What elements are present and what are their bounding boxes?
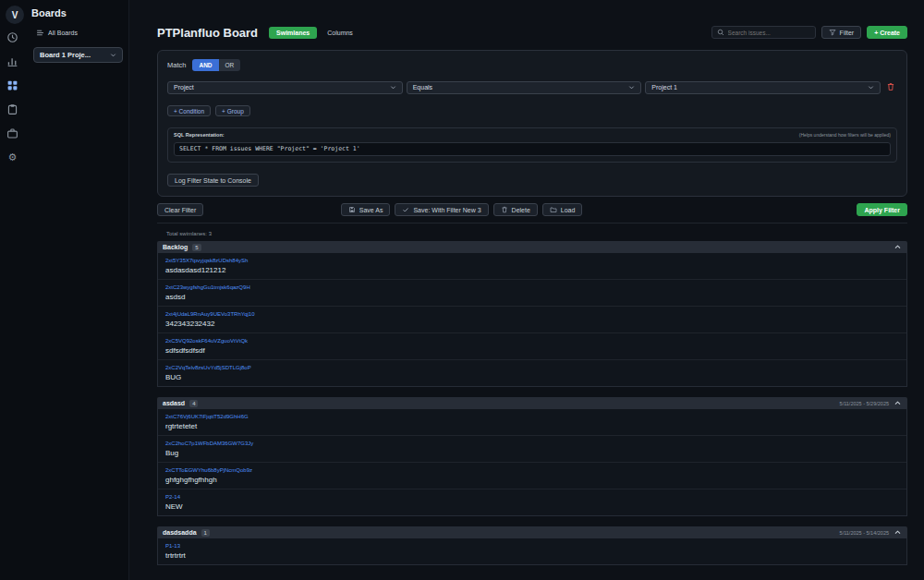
- app-logo[interactable]: V: [6, 6, 24, 24]
- apply-filter-button[interactable]: Apply Filter: [857, 203, 907, 216]
- search-icon: [717, 29, 724, 36]
- view-tabs: Swimlanes Columns: [269, 27, 360, 39]
- board-header: PTPlanfluo Board Swimlanes Columns Filte…: [157, 24, 907, 41]
- filter-actions: Clear Filter Save As Save: With Filter N…: [157, 203, 907, 216]
- issue-card[interactable]: P2-14 NEW: [158, 489, 906, 515]
- chart-icon[interactable]: [6, 55, 18, 67]
- match-toggle: AND OR: [192, 59, 240, 71]
- issue-title: 342343232432: [165, 320, 899, 328]
- apps-grid-icon[interactable]: [6, 79, 18, 91]
- issue-card[interactable]: 2xCTToEGWYhu6b8yPjNcmQob9z ghfghgfhgfhhg…: [158, 463, 906, 489]
- filter-section: Match AND OR Project Equals: [157, 50, 907, 224]
- issue-key[interactable]: P1-13: [165, 542, 899, 550]
- search-box[interactable]: [711, 26, 816, 39]
- swimlane-dasdsadda: dasdsadda 1 5/11/2025 - 5/14/2025 P1-13 …: [157, 526, 907, 565]
- issue-key[interactable]: 2xt4jUdaL9RnAuy9UEVo3TRhYqj10: [165, 310, 899, 318]
- value-select[interactable]: Project 1: [645, 81, 881, 94]
- chevron-up-icon[interactable]: [894, 528, 902, 537]
- issue-card[interactable]: 2xt5Y35X7tpvyjqsk8zUDsh84ySh asdasdasd12…: [158, 253, 906, 280]
- all-boards-link[interactable]: All Boards: [36, 29, 78, 37]
- and-button[interactable]: AND: [192, 59, 218, 71]
- swimlane-asdasd: asdasd 4 5/11/2025 - 5/29/2025 2xtC76Vj6…: [157, 397, 907, 516]
- sidebar-title: Boards: [31, 7, 67, 18]
- search-input[interactable]: [728, 30, 810, 36]
- sql-hint: (Helps understand how filters will be ap…: [799, 132, 891, 138]
- swimlane-date-range: 5/11/2025 - 5/14/2025: [840, 530, 889, 536]
- issue-card[interactable]: P1-13 trtrtrtrt: [158, 538, 906, 564]
- issue-title: sdfsdfsdfsdf: [165, 346, 899, 355]
- save-with-filter-button[interactable]: Save: With Filter New 3: [395, 203, 488, 216]
- swimlane-header[interactable]: dasdsadda 1 5/11/2025 - 5/14/2025: [157, 526, 907, 538]
- issue-card[interactable]: 2xC2hoC7p1WFbDAM36GW7G3Jy Bug: [158, 436, 906, 463]
- clear-filter-button[interactable]: Clear Filter: [157, 203, 203, 216]
- swimlane-cards: 2xt5Y35X7tpvyjqsk8zUDsh84ySh asdasdasd12…: [157, 253, 907, 387]
- filter-button[interactable]: Filter: [821, 26, 862, 39]
- swimlane-backlog: Backlog 5 2xt5Y35X7tpvyjqsk8zUDsh84ySh a…: [157, 241, 907, 387]
- chevron-down-icon: [390, 84, 396, 91]
- tab-columns[interactable]: Columns: [320, 27, 360, 39]
- load-filter-button[interactable]: Load: [542, 203, 583, 216]
- tab-swimlanes[interactable]: Swimlanes: [269, 27, 317, 39]
- save-as-button[interactable]: Save As: [341, 203, 391, 216]
- swimlane-title: dasdsadda: [163, 529, 197, 536]
- swimlane-count-badge: 5: [192, 244, 201, 251]
- field-select[interactable]: Project: [167, 81, 403, 94]
- total-swimlanes-label: Total swimlanes: 3: [166, 231, 907, 236]
- all-boards-label: All Boards: [48, 30, 78, 36]
- issue-key[interactable]: 2xtC23wygfshgGu1tmjsk6qazQ9H: [165, 284, 899, 291]
- delete-filter-button[interactable]: Delete: [493, 203, 538, 216]
- issue-title: asdasdasd121212: [165, 266, 899, 274]
- issue-key[interactable]: 2xC2VqTelv8zsUvYd5jSDTLGj8oP: [165, 364, 899, 371]
- issue-key[interactable]: 2xC5VQ92oskF64uVZguoVtVtQk: [165, 337, 899, 344]
- delete-condition-button[interactable]: [884, 80, 897, 94]
- match-label: Match: [167, 61, 186, 69]
- main-content: PTPlanfluo Board Swimlanes Columns Filte…: [129, 0, 924, 580]
- issue-key[interactable]: 2xC2hoC7p1WFbDAM36GW7G3Jy: [165, 440, 899, 447]
- funnel-icon: [829, 29, 836, 36]
- issue-key[interactable]: 2xt5Y35X7tpvyjqsk8zUDsh84ySh: [165, 257, 899, 264]
- issue-title: ghfghgfhgfhhgh: [165, 476, 899, 484]
- swimlane-title: asdasd: [163, 400, 185, 406]
- issue-title: BUG: [165, 373, 899, 381]
- board-select[interactable]: Board 1 Proje...: [33, 47, 123, 63]
- check-icon: [402, 206, 409, 213]
- history-icon[interactable]: [6, 31, 18, 43]
- briefcase-icon[interactable]: [6, 127, 18, 139]
- issue-title: NEW: [165, 502, 899, 511]
- or-button[interactable]: OR: [219, 59, 241, 71]
- chevron-up-icon[interactable]: [894, 243, 902, 251]
- swimlane-count-badge: 1: [201, 529, 210, 537]
- swimlane-title: Backlog: [163, 244, 188, 250]
- swimlane-cards: 2xtC76Vj6UK7lFjqttT52d9GhH6G rgtrtetetet…: [157, 409, 907, 516]
- issue-title: rgtrtetetet: [165, 422, 899, 430]
- sql-query-input[interactable]: [174, 142, 891, 156]
- chevron-up-icon[interactable]: [894, 399, 902, 407]
- folder-icon: [550, 206, 557, 213]
- issue-card[interactable]: 2xtC76Vj6UK7lFjqttT52d9GhH6G rgtrtetetet: [158, 409, 906, 436]
- filter-panel: Match AND OR Project Equals: [157, 50, 907, 197]
- chevron-down-icon: [628, 84, 635, 91]
- add-group-button[interactable]: + Group: [215, 105, 250, 116]
- issue-title: Bug: [165, 449, 899, 457]
- issue-card[interactable]: 2xC5VQ92oskF64uVZguoVtVtQk sdfsdfsdfsdf: [158, 333, 906, 360]
- swimlane-header[interactable]: Backlog 5: [157, 241, 907, 253]
- issue-key[interactable]: P2-14: [165, 493, 899, 501]
- clipboard-icon[interactable]: [6, 103, 18, 115]
- trash-icon: [886, 82, 895, 91]
- settings-icon[interactable]: ⚙: [6, 151, 18, 163]
- chevron-down-icon: [868, 84, 874, 91]
- floppy-icon: [348, 206, 356, 213]
- issue-title: asdsd: [165, 293, 899, 301]
- trash-icon: [501, 206, 508, 213]
- operator-select[interactable]: Equals: [407, 81, 642, 94]
- scroll-left-hint[interactable]: [157, 575, 907, 580]
- issue-card[interactable]: 2xtC23wygfshgGu1tmjsk6qazQ9H asdsd: [158, 280, 906, 307]
- issue-key[interactable]: 2xCTToEGWYhu6b8yPjNcmQob9z: [165, 466, 899, 474]
- issue-key[interactable]: 2xtC76Vj6UK7lFjqttT52d9GhH6G: [165, 413, 899, 420]
- log-filter-state-button[interactable]: Log Filter State to Console: [167, 174, 259, 187]
- issue-card[interactable]: 2xC2VqTelv8zsUvYd5jSDTLGj8oP BUG: [158, 360, 906, 386]
- add-condition-button[interactable]: + Condition: [167, 105, 211, 116]
- swimlane-header[interactable]: asdasd 4 5/11/2025 - 5/29/2025: [157, 397, 907, 409]
- issue-card[interactable]: 2xt4jUdaL9RnAuy9UEVo3TRhYqj10 3423432324…: [158, 307, 906, 333]
- create-button[interactable]: + Create: [867, 26, 907, 39]
